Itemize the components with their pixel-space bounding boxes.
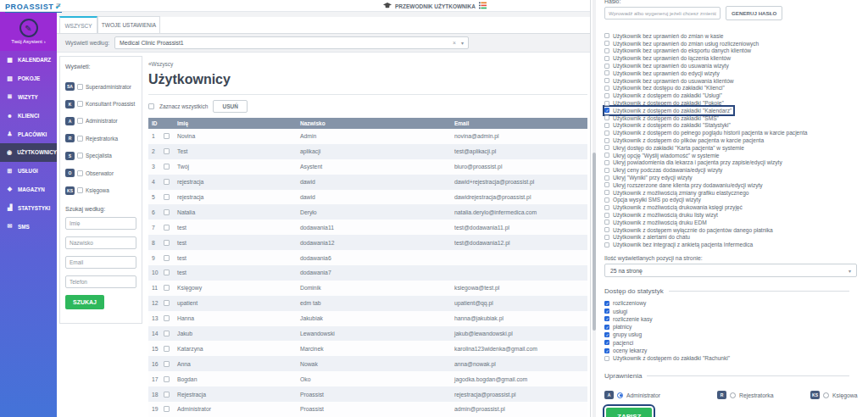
permission-checkbox[interactable] [604,220,609,225]
permission-checkbox[interactable] [604,235,609,240]
password-input[interactable] [604,7,721,19]
role-checkbox[interactable] [77,187,83,193]
permission-checkbox[interactable] [604,227,609,232]
role-radio[interactable] [823,392,829,398]
profile-menu[interactable]: ✎ Twój Asystent › [0,12,57,51]
role-radio[interactable] [617,392,623,398]
clear-icon[interactable]: × [453,40,456,46]
permission-checkbox[interactable] [604,197,609,203]
delete-button[interactable]: USUŃ [213,100,247,113]
row-checkbox[interactable] [164,148,170,154]
tab-your-settings[interactable]: TWOJE USTAWIENIA [97,16,160,33]
role-checkbox[interactable] [77,84,83,90]
row-checkbox[interactable] [164,285,170,291]
user-guide-link[interactable]: PRZEWODNIK UŻYTKOWNIKA [383,2,487,10]
row-checkbox[interactable] [164,331,170,336]
permission-checkbox[interactable] [604,41,609,46]
role-checkbox[interactable] [77,101,83,107]
row-checkbox[interactable] [164,376,170,382]
stats-checkbox[interactable] [604,301,609,306]
breadcrumb[interactable]: «Wszyscy [148,61,587,67]
save-button[interactable]: ZAPISZ [606,408,652,417]
sidebar-item[interactable]: ◆ MAGAZYN [0,181,57,199]
permission-checkbox[interactable] [604,168,609,173]
row-checkbox[interactable] [164,270,170,275]
row-checkbox[interactable] [164,392,170,398]
per-page-select[interactable]: 25 na stronę ▾ [604,264,857,277]
sidebar-item[interactable]: ▤ POKOJE [0,70,57,88]
sidebar-item[interactable]: ◉ UŻYTKOWNICY [0,143,57,162]
permission-checkbox[interactable] [604,33,609,38]
permission-checkbox[interactable] [604,213,609,218]
row-checkbox[interactable] [164,209,170,215]
stats-checkbox[interactable] [604,316,609,321]
role-checkbox[interactable] [77,170,83,176]
search-input[interactable] [65,217,136,230]
sidebar-item[interactable]: ▦ KALENDARZ [0,51,57,70]
row-checkbox[interactable] [164,133,170,139]
row-checkbox[interactable] [164,194,170,200]
chevron-down-icon[interactable]: ▾ [461,40,464,46]
permission-checkbox[interactable] [604,86,609,91]
role-checkbox[interactable] [77,136,83,142]
permission-checkbox[interactable] [604,56,609,61]
sidebar-item[interactable]: ▟ STATYSTYKI [0,198,57,217]
permission-checkbox[interactable] [604,182,609,187]
stats-checkbox[interactable] [604,309,609,314]
permission-checkbox[interactable] [604,101,609,106]
sidebar-item[interactable]: ✉ SMS [0,217,57,236]
role-checkbox[interactable] [77,118,83,124]
row-checkbox[interactable] [164,346,170,352]
permission-checkbox[interactable] [604,138,609,143]
permission-checkbox[interactable] [604,78,609,83]
scrollbar-track[interactable] [593,0,596,417]
permission-checkbox[interactable] [604,131,609,136]
stats-checkbox[interactable] [604,356,609,361]
role-checkbox[interactable] [77,153,83,158]
sidebar-item[interactable]: ≣ WIZYTY [0,88,57,107]
row-checkbox[interactable] [164,315,170,321]
row-checkbox[interactable] [164,255,170,261]
row-checkbox[interactable] [164,361,170,367]
stats-checkbox[interactable] [604,332,609,337]
permission-checkbox[interactable] [604,70,609,75]
permission-checkbox[interactable] [604,242,609,247]
generate-password-button[interactable]: GENERUJ HASŁO [726,6,782,20]
permission-checkbox[interactable] [604,160,609,165]
permission-checkbox[interactable] [604,48,609,53]
stats-checkbox[interactable] [604,325,609,330]
permission-checkbox[interactable] [604,108,609,113]
permission-checkbox[interactable] [604,115,609,120]
hamburger-menu-icon[interactable]: ≡ [56,1,60,9]
row-checkbox[interactable] [164,300,170,306]
tab-all-users[interactable]: WSZYSCY [59,16,97,33]
stats-checkbox[interactable] [604,348,609,353]
row-checkbox[interactable] [164,406,170,412]
stats-checkbox[interactable] [604,340,609,345]
permission-checkbox[interactable] [604,175,609,181]
permission-checkbox[interactable] [604,123,609,128]
search-input[interactable] [65,236,136,249]
facility-select[interactable]: Medical Clinic Proassist1 × ▾ [114,36,469,49]
sidebar-item[interactable]: ⊞ USŁUGI [0,162,57,181]
permission-checkbox[interactable] [604,190,609,195]
scrollbar-thumb[interactable] [593,153,596,331]
permission-checkbox[interactable] [604,205,609,210]
permission-checkbox[interactable] [604,64,609,69]
permission-checkbox[interactable] [604,153,609,158]
search-input[interactable] [65,256,136,269]
select-all-checkbox[interactable] [148,103,154,109]
search-button[interactable]: SZUKAJ [65,295,104,309]
sidebar-item[interactable]: ☻ KLIENCI [0,106,57,125]
row-checkbox[interactable] [164,240,170,246]
row-first-name: test [177,255,300,261]
row-checkbox[interactable] [164,179,170,185]
row-checkbox[interactable] [164,164,170,170]
role-radio[interactable] [730,392,736,398]
search-input[interactable] [65,275,136,288]
sidebar-item[interactable]: ♟ PLACÓWKI [0,125,57,143]
proassist-logo[interactable]: PROASSIST✓ [5,2,62,13]
permission-checkbox[interactable] [604,145,609,150]
row-checkbox[interactable] [164,225,170,231]
permission-checkbox[interactable] [604,93,609,98]
